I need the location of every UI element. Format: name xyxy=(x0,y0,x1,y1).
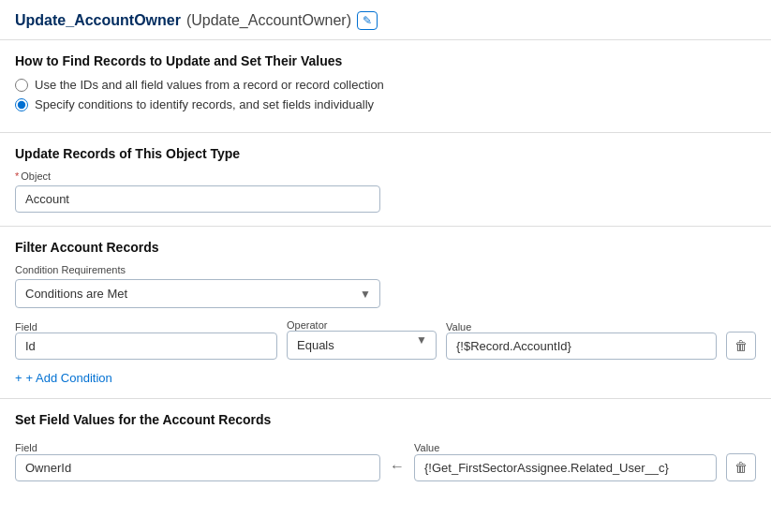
find-records-title: How to Find Records to Update and Set Th… xyxy=(15,53,756,68)
set-value-input[interactable] xyxy=(414,454,717,481)
filter-value-wrap: Value xyxy=(446,321,717,360)
delete-field-button[interactable]: 🗑 xyxy=(726,453,756,481)
radio-option2-label: Specify conditions to identify records, … xyxy=(35,97,374,111)
filter-row-1: Field Operator Equals Not Equal To Conta… xyxy=(15,319,756,360)
object-field-wrapper: *Object xyxy=(15,170,380,213)
set-fields-row-headers: Field ← Value xyxy=(15,436,756,453)
field-col-label: Field xyxy=(15,321,277,332)
filter-value-input[interactable] xyxy=(446,332,717,360)
condition-req-label: Condition Requirements xyxy=(15,264,756,275)
flow-name: Update_AccountOwner xyxy=(15,12,181,29)
flow-name-subtitle: (Update_AccountOwner) xyxy=(186,12,351,29)
edit-name-button[interactable]: ✎ xyxy=(357,11,378,30)
object-input[interactable] xyxy=(15,185,380,213)
required-star: * xyxy=(15,170,19,182)
radio-option1-label: Use the IDs and all field values from a … xyxy=(35,78,384,92)
condition-req-select-wrap: Conditions are Met All Conditions Are Me… xyxy=(15,279,380,308)
radio-group: Use the IDs and all field values from a … xyxy=(15,78,756,111)
radio-option2[interactable]: Specify conditions to identify records, … xyxy=(15,97,756,111)
set-field-input-wrap xyxy=(15,454,380,481)
set-value-col: Value xyxy=(414,442,756,453)
filter-field-input[interactable] xyxy=(15,332,277,360)
radio-option1[interactable]: Use the IDs and all field values from a … xyxy=(15,78,756,92)
set-field-header-col: Field xyxy=(15,442,380,453)
set-value-col-label: Value xyxy=(414,442,756,453)
filter-section: Filter Account Records Condition Require… xyxy=(0,227,771,399)
edit-icon: ✎ xyxy=(363,14,372,27)
add-condition-button[interactable]: + + Add Condition xyxy=(15,371,112,385)
set-fields-data-row: ← 🗑 xyxy=(15,453,756,481)
condition-req-select[interactable]: Conditions are Met All Conditions Are Me… xyxy=(15,279,380,308)
set-fields-title: Set Field Values for the Account Records xyxy=(15,412,756,427)
set-fields-section: Set Field Values for the Account Records… xyxy=(0,399,771,495)
page-header: Update_AccountOwner (Update_AccountOwner… xyxy=(0,0,771,40)
operator-col-label: Operator xyxy=(287,319,437,331)
filter-operator-wrap: Operator Equals Not Equal To Contains Do… xyxy=(287,319,437,360)
update-object-section: Update Records of This Object Type *Obje… xyxy=(0,133,771,227)
update-object-title: Update Records of This Object Type xyxy=(15,146,756,161)
value-col-label: Value xyxy=(446,321,717,332)
filter-field-wrap: Field xyxy=(15,321,277,360)
set-field-input[interactable] xyxy=(15,454,380,481)
filter-title: Filter Account Records xyxy=(15,240,756,255)
find-records-section: How to Find Records to Update and Set Th… xyxy=(0,40,771,133)
add-condition-label: + Add Condition xyxy=(26,371,112,385)
radio-option2-input[interactable] xyxy=(15,98,28,111)
delete-icon: 🗑 xyxy=(734,338,748,353)
set-value-input-wrap xyxy=(414,454,717,481)
arrow-icon: ← xyxy=(390,458,405,481)
add-condition-plus-icon: + xyxy=(15,371,22,385)
filter-operator-select[interactable]: Equals Not Equal To Contains Does Not Co… xyxy=(287,331,437,360)
radio-option1-input[interactable] xyxy=(15,79,28,92)
object-field-label: *Object xyxy=(15,170,380,182)
delete-condition-button[interactable]: 🗑 xyxy=(726,332,756,360)
delete-field-icon: 🗑 xyxy=(734,460,748,475)
set-field-col-label: Field xyxy=(15,442,380,453)
